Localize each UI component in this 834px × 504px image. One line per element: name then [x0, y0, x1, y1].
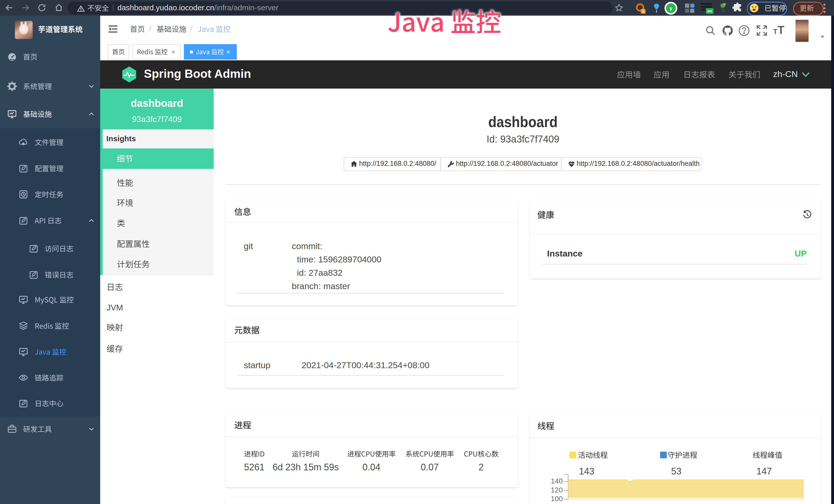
- svg-text:on: on: [707, 9, 712, 13]
- svg-text:1: 1: [642, 9, 644, 13]
- svg-text:y: y: [670, 5, 673, 11]
